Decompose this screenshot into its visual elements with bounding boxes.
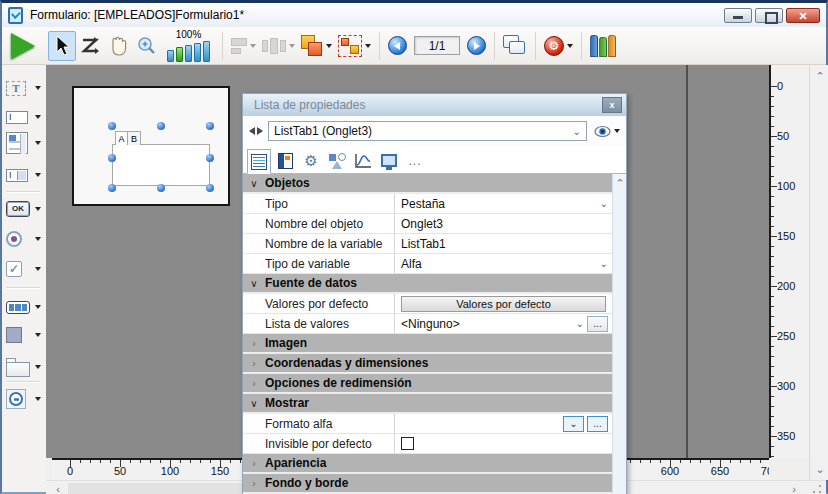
notebook-icon — [278, 153, 293, 169]
selection-handle[interactable] — [108, 122, 116, 130]
scroll-right-icon[interactable]: › — [786, 482, 802, 494]
windows-list-button[interactable] — [500, 31, 530, 61]
tab-a[interactable]: A — [115, 131, 128, 145]
scroll-up-icon[interactable]: ⌃ — [612, 176, 626, 190]
selection-handle[interactable] — [108, 154, 116, 162]
visibility-menu-button[interactable] — [594, 125, 620, 138]
tab-control-tool[interactable] — [2, 355, 46, 379]
align-button[interactable] — [228, 31, 259, 61]
properties-panel-titlebar[interactable]: Lista de propiedades x — [243, 94, 626, 116]
combo-box-icon: I — [6, 169, 28, 182]
combo-box-tool[interactable]: I — [2, 163, 46, 187]
ole-control-icon — [6, 389, 26, 409]
section-header-objetos[interactable]: ∨Objetos — [243, 174, 612, 194]
run-test-button[interactable] — [8, 31, 48, 61]
previous-page-button[interactable] — [385, 31, 410, 61]
pan-tool-button[interactable] — [104, 31, 132, 61]
chevron-down-icon[interactable]: ⌄ — [576, 318, 584, 329]
property-value[interactable]: <Ninguno>⌄... — [395, 314, 612, 333]
object-selector-row: ListTab1 (Onglet3) ⌄ — [243, 116, 626, 146]
property-value[interactable] — [395, 434, 612, 453]
tab-advanced[interactable]: ⚙ — [299, 148, 323, 173]
ole-control-tool[interactable] — [2, 387, 46, 411]
property-label: Tipo — [243, 194, 395, 213]
chevron-collapsed-icon: › — [243, 358, 265, 369]
selection-group-button[interactable] — [335, 31, 374, 61]
selection-handle[interactable] — [206, 154, 214, 162]
minimize-button[interactable] — [724, 8, 752, 23]
tab-style[interactable] — [325, 148, 349, 173]
edit-field-tool[interactable]: I — [2, 105, 46, 129]
scroll-up-icon[interactable]: ⌃ — [812, 69, 828, 83]
list-box-tool[interactable] — [2, 131, 46, 155]
tab-more[interactable]: ... — [403, 148, 427, 173]
radio-button-tool[interactable] — [2, 227, 46, 251]
next-page-button[interactable] — [464, 31, 489, 61]
property-value[interactable]: Pestaña⌄ — [395, 194, 612, 213]
progress-bar-tool[interactable] — [2, 295, 46, 319]
object-prev-next-icons[interactable] — [249, 127, 263, 135]
checkbox-tool[interactable]: ✓ — [2, 257, 46, 281]
distribute-icon — [262, 38, 286, 54]
button-tool[interactable]: OK — [2, 197, 46, 221]
section-header-opciones-de-redimensi-n[interactable]: ›Opciones de redimensión — [243, 374, 612, 394]
value-button[interactable]: Valores por defecto — [401, 296, 606, 312]
zoom-level-control[interactable]: 100% — [164, 31, 213, 61]
property-label: Invisible por defecto — [243, 434, 395, 453]
close-button[interactable] — [786, 8, 820, 23]
property-value[interactable]: ⌄... — [395, 414, 612, 433]
selection-handle[interactable] — [157, 122, 165, 130]
static-text-tool[interactable]: T — [2, 76, 46, 100]
shape-tool[interactable] — [2, 323, 46, 347]
library-button[interactable] — [587, 31, 619, 61]
chevron-down-icon: ⌄ — [573, 126, 581, 137]
maximize-button[interactable] — [755, 8, 783, 23]
scroll-left-icon[interactable]: ‹ — [50, 482, 66, 494]
property-value[interactable]: Alfa⌄ — [395, 254, 612, 273]
tab-details[interactable] — [247, 149, 271, 174]
ellipsis-button[interactable]: ... — [587, 416, 608, 432]
scroll-down-icon[interactable]: ⌄ — [812, 462, 828, 476]
layer-order-button[interactable] — [298, 31, 335, 61]
ellipsis-button[interactable]: ... — [587, 316, 608, 332]
chevron-down-icon[interactable]: ⌄ — [600, 198, 608, 209]
panel-close-icon[interactable]: x — [602, 97, 622, 113]
value-text: Onglet3 — [401, 217, 608, 231]
distribute-button[interactable] — [259, 31, 298, 61]
tab-notes[interactable] — [273, 148, 297, 173]
section-label: Mostrar — [265, 396, 309, 410]
options-button[interactable]: ⚙ — [541, 31, 576, 61]
chevron-expanded-icon: ∨ — [243, 278, 265, 289]
selection-handle[interactable] — [206, 122, 214, 130]
resize-grip[interactable] — [811, 483, 823, 494]
control-palette: T I I OK ✓ — [2, 65, 46, 492]
tab-chart[interactable] — [351, 148, 375, 173]
section-header-mostrar[interactable]: ∨Mostrar — [243, 394, 612, 414]
property-value[interactable]: Valores por defecto — [395, 294, 612, 313]
section-header-coordenadas-y-dimensiones[interactable]: ›Coordenadas y dimensiones — [243, 354, 612, 374]
property-list-scrollbar[interactable]: ⌃ — [612, 174, 626, 494]
properties-panel: Lista de propiedades x ListTab1 (Onglet3… — [242, 93, 627, 494]
zoom-bars-icon — [167, 41, 210, 62]
property-value[interactable]: ListTab1 — [395, 234, 612, 253]
section-header-fondo-y-borde[interactable]: ›Fondo y borde — [243, 474, 612, 494]
chevron-down-icon[interactable]: ⌄ — [600, 258, 608, 269]
section-header-fuente-de-datos[interactable]: ∨Fuente de datos — [243, 274, 612, 294]
tab-control-body[interactable] — [112, 144, 210, 186]
tab-display[interactable] — [377, 148, 401, 173]
section-header-imagen[interactable]: ›Imagen — [243, 334, 612, 354]
object-selector-combo[interactable]: ListTab1 (Onglet3) ⌄ — [268, 121, 587, 141]
select-tool-button[interactable] — [48, 31, 76, 61]
tab-b[interactable]: B — [128, 131, 141, 145]
value-checkbox[interactable] — [401, 437, 414, 450]
property-value[interactable]: Onglet3 — [395, 214, 612, 233]
tab-order-button[interactable] — [76, 31, 104, 61]
vertical-scrollbar[interactable]: ⌃ ⌄ — [809, 65, 828, 480]
section-label: Imagen — [265, 336, 307, 350]
section-header-apariencia[interactable]: ›Apariencia — [243, 454, 612, 474]
selection-handle[interactable] — [206, 184, 214, 192]
selection-handle[interactable] — [108, 184, 116, 192]
chevron-down-icon[interactable]: ⌄ — [563, 416, 584, 432]
selection-handle[interactable] — [157, 184, 165, 192]
zoom-tool-button[interactable] — [132, 31, 160, 61]
